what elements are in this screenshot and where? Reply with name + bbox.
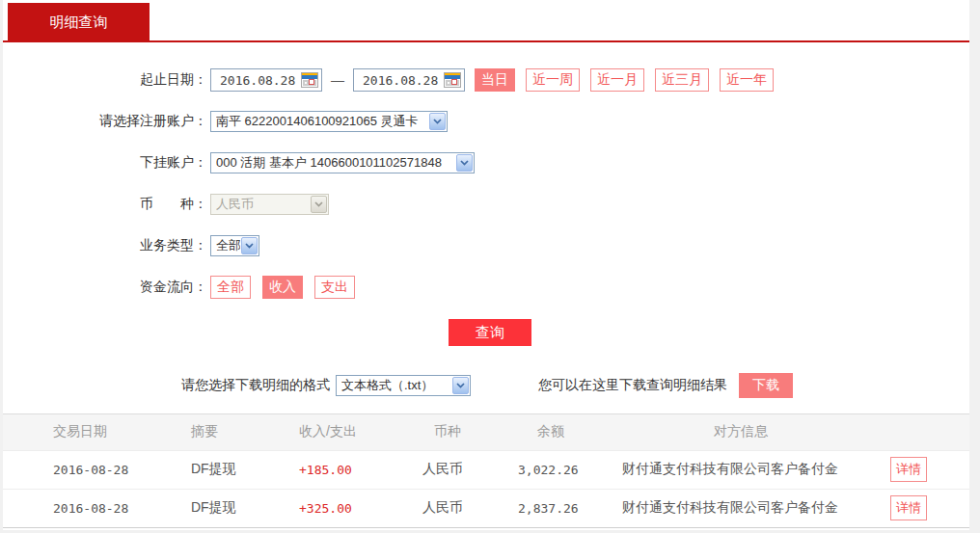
header-balance: 余额: [518, 414, 622, 450]
cell-date: 2016-08-28: [3, 489, 191, 527]
register-account-label: 请选择注册账户：: [3, 113, 207, 130]
download-button[interactable]: 下载: [739, 373, 793, 398]
header-summary: 摘要: [191, 414, 299, 450]
register-account-row: 请选择注册账户： 南平 6222001406100921065 灵通卡: [3, 110, 969, 133]
cell-amount: +185.00: [299, 450, 422, 489]
tab-detail-query[interactable]: 明细查询: [8, 3, 150, 42]
quick-range-month-button[interactable]: 近一月: [590, 68, 644, 92]
header-amount: 收入/支出: [299, 414, 422, 450]
register-account-select[interactable]: 南平 6222001406100921065 灵通卡: [210, 111, 448, 132]
chevron-down-icon[interactable]: [429, 113, 446, 130]
calendar-icon[interactable]: [301, 72, 318, 88]
business-type-label: 业务类型：: [3, 237, 207, 254]
download-format-select[interactable]: 文本格式（.txt）: [336, 375, 471, 396]
currency-label: 币 种：: [3, 196, 207, 213]
table-row: 2016-08-28 DF提现 +185.00 人民币 3,022.26 财付通…: [3, 450, 969, 489]
quick-range-quarter-button[interactable]: 近三月: [655, 68, 709, 92]
fund-flow-expense-button[interactable]: 支出: [314, 276, 355, 299]
chevron-down-icon[interactable]: [452, 377, 469, 394]
cell-balance: 2,837.26: [518, 489, 622, 527]
detail-query-page: 明细查询 起止日期： — 当日 近一周 近一月 近三月 近一年: [0, 0, 980, 533]
content-panel: 明细查询 起止日期： — 当日 近一周 近一月 近三月 近一年: [3, 0, 969, 530]
calendar-icon[interactable]: [444, 72, 461, 88]
header-actions: [881, 414, 969, 450]
header-counterparty: 对方信息: [622, 414, 881, 450]
chevron-down-icon[interactable]: [241, 237, 258, 254]
quick-range-year-button[interactable]: 近一年: [720, 68, 774, 92]
detail-button[interactable]: 详情: [890, 457, 927, 482]
date-range-row: 起止日期： — 当日 近一周 近一月 近三月 近一年: [3, 68, 969, 92]
fund-flow-label: 资金流向：: [3, 279, 207, 296]
query-button[interactable]: 查询: [449, 319, 531, 346]
download-row: 请您选择下载明细的格式 文本格式（.txt） 您可以在这里下载查询明细结果 下载: [181, 373, 969, 398]
start-date-field[interactable]: [210, 68, 322, 92]
currency-select: 人民币: [210, 194, 329, 215]
cell-summary: DF提现: [191, 489, 299, 527]
query-form: 起止日期： — 当日 近一周 近一月 近三月 近一年 请选择注册账户：: [3, 42, 969, 346]
download-hint: 您可以在这里下载查询明细结果: [538, 377, 727, 394]
end-date-field[interactable]: [353, 68, 465, 92]
sub-account-row: 下挂账户： 000 活期 基本户 1406600101102571848: [3, 151, 969, 174]
cell-currency: 人民币: [422, 489, 518, 527]
business-type-row: 业务类型： 全部: [3, 234, 969, 257]
business-type-select[interactable]: 全部: [210, 235, 259, 256]
cell-counterparty: 财付通支付科技有限公司客户备付金: [622, 489, 881, 527]
download-format-value: 文本格式（.txt）: [341, 377, 433, 394]
business-type-value: 全部: [216, 237, 240, 254]
table-header-row: 交易日期 摘要 收入/支出 币种 余额 对方信息: [3, 414, 969, 450]
chevron-down-icon[interactable]: [456, 154, 473, 172]
chevron-down-icon: [311, 196, 327, 213]
quick-range-week-button[interactable]: 近一周: [526, 68, 580, 92]
quick-range-today-button[interactable]: 当日: [475, 68, 515, 92]
table-row: 2016-08-28 DF提现 +325.00 人民币 2,837.26 财付通…: [3, 489, 969, 527]
cell-summary: DF提现: [191, 450, 299, 489]
currency-value: 人民币: [216, 196, 254, 213]
detail-button[interactable]: 详情: [890, 495, 927, 520]
date-range-label: 起止日期：: [3, 71, 207, 89]
start-date-input[interactable]: [220, 73, 295, 88]
fund-flow-all-button[interactable]: 全部: [210, 276, 251, 299]
date-range-separator: —: [331, 72, 344, 88]
results-table: 交易日期 摘要 收入/支出 币种 余额 对方信息 2016-08-28 DF提现…: [3, 413, 969, 528]
download-format-label: 请您选择下载明细的格式: [181, 377, 330, 394]
end-date-input[interactable]: [363, 73, 438, 88]
sub-account-value: 000 活期 基本户 1406600101102571848: [216, 154, 442, 172]
fund-flow-row: 资金流向： 全部 收入 支出: [3, 276, 969, 299]
currency-row: 币 种： 人民币: [3, 193, 969, 216]
cell-currency: 人民币: [422, 450, 518, 489]
header-date: 交易日期: [3, 414, 191, 450]
cell-balance: 3,022.26: [518, 450, 622, 489]
register-account-value: 南平 6222001406100921065 灵通卡: [216, 113, 419, 130]
fund-flow-income-button[interactable]: 收入: [262, 276, 303, 299]
cell-counterparty: 财付通支付科技有限公司客户备付金: [622, 450, 881, 489]
header-currency: 币种: [422, 414, 518, 450]
tab-bar: 明细查询: [3, 0, 969, 42]
cell-amount: +325.00: [299, 489, 422, 527]
sub-account-label: 下挂账户：: [3, 154, 207, 172]
cell-date: 2016-08-28: [3, 450, 191, 489]
sub-account-select[interactable]: 000 活期 基本户 1406600101102571848: [210, 152, 475, 173]
